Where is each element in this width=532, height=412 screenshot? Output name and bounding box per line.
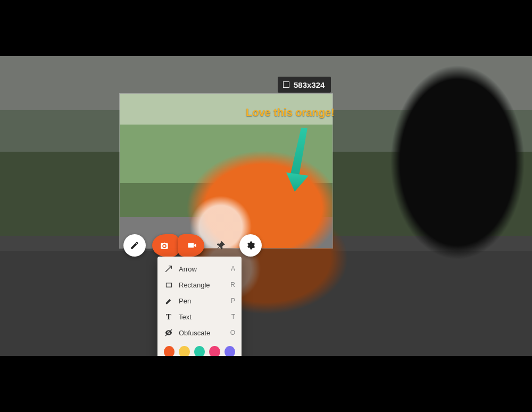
menu-item-shortcut: O [230, 329, 235, 336]
text-icon: T [164, 312, 173, 322]
capture-toolbar [123, 234, 262, 257]
dimensions-text: 583x324 [294, 80, 325, 89]
menu-item-shortcut: T [231, 313, 235, 320]
menu-item-shortcut: R [230, 281, 235, 289]
menu-item-shortcut: P [231, 297, 235, 304]
letterbox-top [0, 0, 532, 56]
screenshot-stage: 583x324 Love this orange! [0, 0, 532, 412]
pin-icon [217, 241, 227, 250]
letterbox-bottom [0, 356, 532, 412]
menu-item-label: Obfuscate [179, 329, 225, 337]
crop-icon [283, 81, 289, 88]
menu-item-pen[interactable]: Pen P [157, 293, 242, 309]
annotation-text[interactable]: Love this orange! [246, 106, 335, 119]
pen-icon [164, 296, 173, 306]
menu-item-label: Pen [179, 297, 226, 305]
menu-item-shortcut: A [231, 265, 235, 273]
pin-button[interactable] [211, 234, 233, 257]
tool-menu: Arrow A Rectangle R Pen P T Text T Obfus… [157, 257, 242, 364]
edit-tool-button[interactable] [123, 234, 146, 257]
camera-icon [159, 240, 170, 251]
capture-photo-button[interactable] [152, 234, 179, 257]
menu-item-label: Arrow [179, 265, 226, 273]
menu-item-obfuscate[interactable]: Obfuscate O [157, 325, 242, 341]
menu-item-label: Rectangle [179, 281, 225, 289]
svg-rect-2 [166, 283, 171, 287]
pencil-icon [130, 241, 139, 250]
arrow-icon [164, 264, 173, 274]
menu-item-rectangle[interactable]: Rectangle R [157, 277, 242, 293]
gear-icon [246, 241, 255, 250]
settings-button[interactable] [239, 234, 262, 257]
video-icon [187, 240, 197, 251]
dimensions-badge: 583x324 [278, 77, 331, 93]
menu-item-label: Text [179, 313, 226, 321]
rectangle-icon [164, 280, 173, 290]
obfuscate-icon [164, 328, 173, 337]
menu-item-text[interactable]: T Text T [157, 309, 242, 325]
menu-item-arrow[interactable]: Arrow A [157, 261, 242, 277]
record-video-button[interactable] [178, 234, 204, 257]
